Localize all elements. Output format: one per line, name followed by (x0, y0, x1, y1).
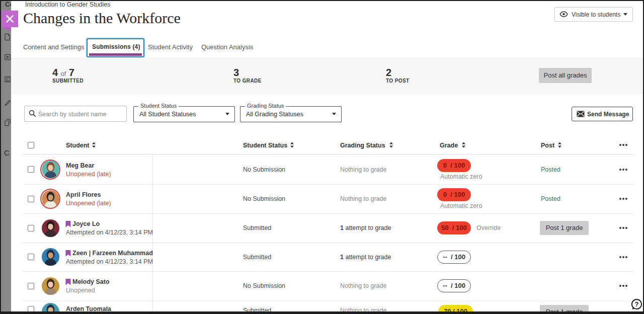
svg-text:?: ? (635, 300, 639, 308)
